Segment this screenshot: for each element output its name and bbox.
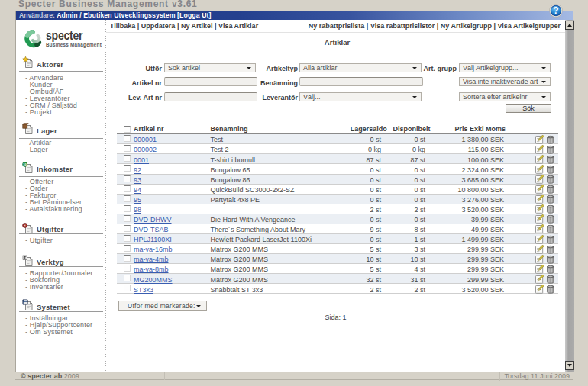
svg-text:?: ? (553, 5, 558, 16)
svg-text:10: 10 (23, 162, 27, 166)
